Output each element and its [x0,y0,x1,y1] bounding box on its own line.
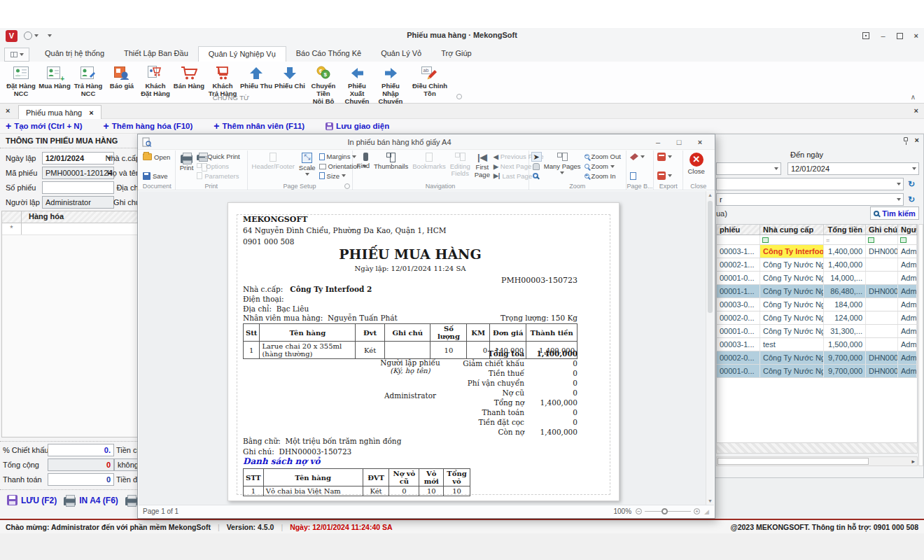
open-button[interactable]: Open [141,152,173,162]
print-button[interactable]: Print [178,151,196,181]
page-color-button[interactable] [629,171,646,181]
zoom-track[interactable] [645,511,691,512]
zoom-thumb[interactable] [662,508,668,514]
pointer-tool-button[interactable]: ➤ [531,152,542,162]
refresh-icon[interactable]: ↻ [908,195,918,204]
table-filter-row[interactable]: = [716,235,918,245]
filter-icon[interactable] [900,237,906,243]
many-pages-button[interactable]: Many Pages [542,151,583,181]
zoom-button[interactable]: Zoom [583,162,622,172]
dialog-titlebar[interactable]: In phiếu bán hàng khổ giấy A4 – □ × [138,134,715,150]
resize-grip-icon[interactable]: ◢ [704,508,710,515]
zoom-out-button[interactable]: −Zoom Out [583,152,622,162]
add-item-link[interactable]: +Thêm hàng hóa (F10) [104,122,193,130]
tong-cong-field[interactable]: 0 [48,458,114,471]
search-button[interactable]: Tìm kiếm [870,206,919,220]
editing-fields-button[interactable]: Editing Fields [448,151,472,181]
first-page-button[interactable]: |◀First Page [472,151,492,181]
col-phieu[interactable]: phiếu [717,225,760,234]
filter-icon[interactable] [762,237,769,243]
new-record-link[interactable]: +Tạo mới (Ctrl + N) [6,122,83,130]
table-row[interactable]: 00003-0... Công Ty Nước Ngọt ... 184,000… [716,298,918,312]
dialog-minimize-button[interactable]: – [648,138,668,146]
print-a4-button[interactable]: IN A4 (F6) [64,495,118,505]
add-employee-link[interactable]: +Thêm nhân viên (F11) [214,122,304,130]
close-tab-right-icon[interactable]: × [914,106,918,115]
col-ghi-chu[interactable]: Ghi chú [866,225,898,234]
tab-bao-cao-thong-ke[interactable]: Báo Cáo Thống Kê [286,46,371,62]
dialog-maximize-button[interactable]: □ [668,138,690,146]
table-row[interactable]: 00002-1... Công Ty Nước Ngọt ... 1,400,0… [716,258,918,272]
thanh-toan-field[interactable]: 0 [48,473,114,486]
scroll-down-icon[interactable]: ▼ [708,498,713,503]
table-row[interactable]: 00001-0... Công Ty Nước Ngọt ... 31,300,… [716,325,918,338]
hang-hoa-column-header[interactable]: Hàng hóa [22,211,64,223]
table-row-selected[interactable]: 00001-0... Công Ty Nước Ngọt ... 9,700,0… [716,365,918,378]
tab-quan-ly-nghiep-vu[interactable]: Quản Lý Nghiệp Vụ [198,46,286,62]
dialog-close-button[interactable]: × [690,138,710,146]
watermark-button[interactable] [629,152,646,162]
pin-icon[interactable] [904,137,908,141]
zoom-in-icon[interactable]: + [694,508,700,514]
file-menu-button[interactable] [4,48,29,62]
filter-combobox-2[interactable]: r [716,193,904,206]
scroll-up-icon[interactable]: ▲ [708,192,713,197]
fit-window-icon[interactable] [862,32,869,39]
table-row[interactable]: 00002-0... Công Ty Nước Ngọt ... 124,000… [716,312,918,325]
scroll-right-arrow-icon[interactable]: ▸ [911,458,915,465]
refresh-icon[interactable]: ↻ [908,179,918,189]
close-doc-tab-icon[interactable]: × [89,108,93,117]
send-pdf-button[interactable] [656,171,673,181]
options-button[interactable]: Options [195,162,241,172]
tab-quan-tri-he-thong[interactable]: Quản trị hệ thống [35,46,114,62]
horizontal-scrollbar[interactable]: ▸ [716,456,918,466]
save-layout-link[interactable]: Lưu giao diện [326,122,389,130]
scrollbar-thumb[interactable] [708,201,713,313]
zoom-slider[interactable]: − + [636,508,700,514]
col-nha-cung-cap[interactable]: Nhà cung cấp [760,225,824,234]
find-button[interactable]: Find [355,151,372,181]
restore-button[interactable] [897,33,903,39]
scrollbar-thumb[interactable] [718,458,869,465]
tab-quan-ly-vo[interactable]: Quản Lý Vỏ [371,46,431,62]
header-footer-button[interactable]: Header/Footer [250,151,297,181]
col-nguoi[interactable]: Người [898,225,917,234]
doc-tab-phieu-mua-hang[interactable]: Phiếu mua hàng × [18,105,102,119]
scale-button[interactable]: Scale [297,151,318,181]
col-tong-tien[interactable]: Tổng tiền [824,225,866,234]
group-dialog-launcher-icon[interactable] [344,183,350,189]
close-panel-icon[interactable]: × [915,136,919,144]
table-row-selected[interactable]: 00002-0... Công Ty Nước Ngọt ... 9,700,0… [716,351,918,365]
filter-icon[interactable] [868,237,874,243]
table-row[interactable]: 00003-1... Công Ty Interfood 2 1,400,000… [716,245,918,258]
close-button[interactable]: × [914,29,918,42]
minimize-button[interactable]: – [881,29,885,42]
table-row-selected[interactable]: 00001-1... Công Ty Nước Ngọt ... 86,480,… [716,285,918,298]
filter-combobox-1[interactable] [716,178,904,190]
thumbnails-button[interactable]: Thumbnails [372,151,410,181]
equals-filter-icon[interactable]: = [826,237,830,243]
hand-tool-button[interactable] [531,162,542,172]
ribbon-collapse-icon[interactable]: ∧ [911,93,916,101]
vertical-scrollbar[interactable] [918,224,923,466]
group-dialog-launcher-icon[interactable] [456,94,462,99]
den-ngay-combobox[interactable]: 12/01/2024 [788,162,919,175]
zoom-out-icon[interactable]: − [636,508,642,514]
parameters-button[interactable]: Parameters [195,171,241,181]
save-button[interactable]: LƯU (F2) [7,495,57,505]
tu-ngay-combobox[interactable] [716,162,781,175]
preview-vertical-scrollbar[interactable]: ▲ ▼ [706,191,714,505]
bookmarks-button[interactable]: Bookmarks [410,151,448,181]
close-preview-button[interactable]: ✕Close [685,151,706,181]
export-pdf-button[interactable] [656,152,673,162]
table-row[interactable]: 00001-0... Công Ty Nước Ngọt ... 14,000,… [716,272,918,285]
save-button[interactable]: Save [141,171,173,181]
quick-print-button[interactable]: Quick Print [195,152,241,162]
tab-tro-giup[interactable]: Trợ Giúp [431,46,481,62]
table-row[interactable]: 00003-1... test 1,500,000 Admin [716,338,918,351]
close-tab-left-icon[interactable]: × [6,106,10,115]
magnifier-tool-button[interactable] [531,172,542,181]
zoom-in-button[interactable]: +Zoom In [583,171,622,181]
tab-thiet-lap-ban-dau[interactable]: Thiết Lập Ban Đầu [114,46,198,62]
preview-canvas[interactable]: MEKONGSOFT 64 Nguyễn Đình Chiểu, Phường … [139,191,706,505]
